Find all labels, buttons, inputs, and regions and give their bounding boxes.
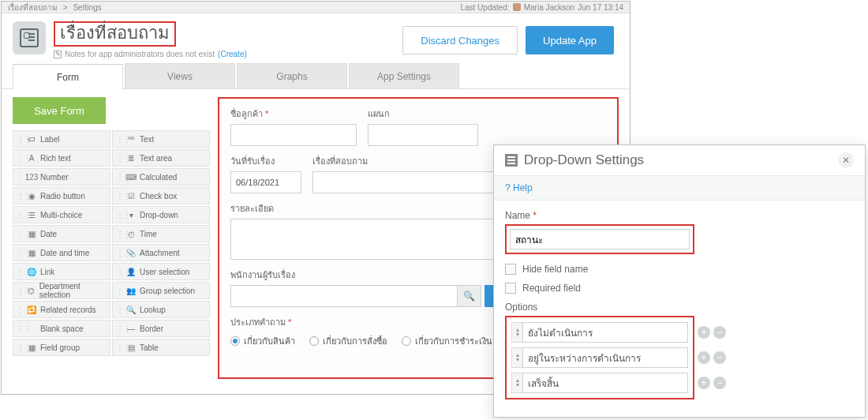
radio-product[interactable]: เกี่ยวกับสินค้า bbox=[230, 334, 295, 348]
save-form-button[interactable]: Save Form bbox=[13, 97, 106, 124]
palette-item[interactable]: ⋮⋮≣Text area bbox=[112, 149, 210, 167]
grip-icon: ⋮⋮ bbox=[17, 324, 23, 333]
palette-item[interactable]: ⋮⋮⌨Calculated bbox=[112, 168, 210, 186]
close-icon[interactable]: ✕ bbox=[838, 152, 854, 168]
dept-input[interactable] bbox=[368, 124, 478, 146]
staff-input[interactable] bbox=[230, 285, 458, 307]
recv-date-label: วันที่รับเรื่อง bbox=[230, 154, 301, 168]
palette-item[interactable]: ⋮⋮123Number bbox=[13, 168, 110, 186]
palette-item[interactable]: ⋮⋮ᴬᴮText bbox=[112, 130, 210, 148]
dept-label: แผนก bbox=[368, 107, 478, 121]
field-type-icon: 👤 bbox=[125, 266, 137, 277]
remove-option-icon[interactable]: − bbox=[713, 326, 726, 339]
search-icon[interactable]: 🔍 bbox=[458, 285, 481, 307]
palette-item-label: Date and time bbox=[40, 249, 89, 257]
palette-item[interactable]: ⋮⋮🔍Lookup bbox=[112, 301, 210, 318]
palette-item[interactable]: ⋮⋮▤Table bbox=[112, 339, 210, 356]
field-type-icon: ◉ bbox=[26, 190, 37, 201]
palette-item[interactable]: ⋮⋮ARich text bbox=[13, 149, 110, 167]
palette-item[interactable]: ⋮⋮⌬Department selection bbox=[13, 282, 110, 299]
required-field-checkbox[interactable]: Required field bbox=[505, 283, 854, 294]
grip-icon: ⋮⋮ bbox=[116, 287, 122, 295]
grip-icon: ⋮⋮ bbox=[17, 192, 23, 201]
palette-item-label: Multi-choice bbox=[40, 211, 82, 219]
option-input[interactable] bbox=[522, 347, 688, 368]
add-option-icon[interactable]: + bbox=[698, 351, 710, 364]
palette-item-label: Table bbox=[140, 343, 159, 352]
palette-item[interactable]: ⋮⋮🏷Label bbox=[13, 130, 110, 148]
palette-item[interactable]: ⋮⋮☑Check box bbox=[112, 187, 210, 204]
last-updated-user: Maria Jackson bbox=[524, 3, 574, 12]
palette-item[interactable]: ⋮⋮☰Multi-choice bbox=[13, 206, 110, 223]
tab-app-settings[interactable]: App Settings bbox=[349, 63, 459, 88]
palette-item[interactable]: ⋮⋮▦Date and time bbox=[13, 244, 110, 261]
palette-item[interactable]: ⋮⋮▦Field group bbox=[13, 339, 110, 356]
palette-item[interactable]: ⋮⋮◉Radio button bbox=[13, 187, 110, 204]
hide-field-name-checkbox[interactable]: Hide field name bbox=[505, 264, 854, 275]
last-updated-label: Last Updated: bbox=[460, 3, 509, 12]
grip-icon: ⋮⋮ bbox=[116, 268, 122, 276]
dropdown-settings-panel: Drop-Down Settings ✕ ? Help Name * Hide … bbox=[493, 144, 866, 418]
drag-handle-icon[interactable]: ▴▾ bbox=[511, 347, 522, 368]
grip-icon: ⋮⋮ bbox=[17, 249, 23, 257]
palette-item-label: Field group bbox=[40, 343, 80, 352]
field-type-icon: ≣ bbox=[125, 152, 137, 163]
recv-date-input[interactable] bbox=[230, 171, 301, 193]
palette-item-label: Group selection bbox=[140, 287, 195, 295]
panel-title: Drop-Down Settings bbox=[524, 152, 644, 168]
customer-input[interactable] bbox=[230, 124, 357, 146]
palette-item[interactable]: ⋮⋮🔁Related records bbox=[13, 301, 110, 318]
remove-option-icon[interactable]: − bbox=[713, 377, 726, 389]
drag-handle-icon[interactable]: ▴▾ bbox=[511, 373, 522, 393]
discard-changes-button[interactable]: Discard Changes bbox=[402, 26, 518, 54]
palette-item-label: Drop-down bbox=[140, 211, 178, 219]
palette-item-label: Label bbox=[40, 135, 59, 144]
palette-item-label: Radio button bbox=[40, 192, 85, 201]
palette-item[interactable]: ⋮⋮▦Date bbox=[13, 225, 110, 242]
field-type-icon: ▾ bbox=[125, 209, 137, 220]
field-type-icon: 👥 bbox=[125, 285, 137, 296]
breadcrumb-sep: > bbox=[63, 3, 68, 12]
option-input[interactable] bbox=[522, 373, 688, 393]
palette-item[interactable]: ⋮⋮—Border bbox=[112, 320, 210, 337]
palette-item[interactable]: ⋮⋮📎Attachment bbox=[112, 244, 210, 261]
tab-form[interactable]: Form bbox=[13, 64, 123, 89]
note-icon bbox=[54, 51, 62, 58]
add-option-icon[interactable]: + bbox=[698, 377, 710, 389]
grip-icon: ⋮⋮ bbox=[116, 343, 122, 352]
palette-item[interactable]: ⋮⋮▾Drop-down bbox=[112, 206, 210, 223]
palette-item[interactable]: ⋮⋮👤User selection bbox=[112, 263, 210, 280]
palette-item[interactable]: ⋮⋮🌐Link bbox=[13, 263, 110, 280]
update-app-button[interactable]: Update App bbox=[526, 26, 614, 54]
grip-icon: ⋮⋮ bbox=[17, 154, 23, 163]
field-type-icon: A bbox=[26, 152, 37, 163]
field-type-icon: ▦ bbox=[26, 228, 37, 239]
option-input[interactable] bbox=[522, 322, 688, 343]
drag-handle-icon[interactable]: ▴▾ bbox=[511, 322, 522, 343]
tab-graphs[interactable]: Graphs bbox=[237, 63, 347, 88]
radio-order[interactable]: เกี่ยวกับการสั่งซื้อ bbox=[309, 334, 387, 348]
palette-item-label: Date bbox=[40, 230, 57, 238]
admin-note-create-link[interactable]: (Create) bbox=[218, 50, 247, 58]
radio-payment-label: เกี่ยวกับการชำระเงิน bbox=[415, 334, 492, 348]
field-type-icon: ᴬᴮ bbox=[125, 133, 137, 144]
grip-icon: ⋮⋮ bbox=[17, 211, 23, 219]
tab-views[interactable]: Views bbox=[125, 63, 235, 88]
radio-payment[interactable]: เกี่ยวกับการชำระเงิน bbox=[402, 334, 492, 348]
palette-item[interactable]: ⋮⋮◴Time bbox=[112, 225, 210, 242]
avatar bbox=[513, 3, 521, 11]
palette-item-label: Link bbox=[40, 268, 54, 276]
palette-item-label: Number bbox=[40, 173, 69, 182]
remove-option-icon[interactable]: − bbox=[713, 351, 726, 364]
breadcrumb-app[interactable]: เรื่องที่สอบถาม bbox=[8, 3, 58, 12]
name-input[interactable] bbox=[510, 229, 690, 249]
field-type-icon bbox=[26, 323, 37, 334]
field-type-icon: 123 bbox=[26, 171, 37, 182]
grip-icon: ⋮⋮ bbox=[17, 343, 23, 352]
help-link[interactable]: ? Help bbox=[494, 175, 865, 201]
field-type-icon: 📎 bbox=[125, 247, 137, 258]
palette-item[interactable]: ⋮⋮Blank space bbox=[13, 320, 110, 337]
palette-item[interactable]: ⋮⋮👥Group selection bbox=[112, 282, 210, 299]
add-option-icon[interactable]: + bbox=[698, 326, 710, 339]
palette-item-label: Lookup bbox=[140, 306, 166, 314]
